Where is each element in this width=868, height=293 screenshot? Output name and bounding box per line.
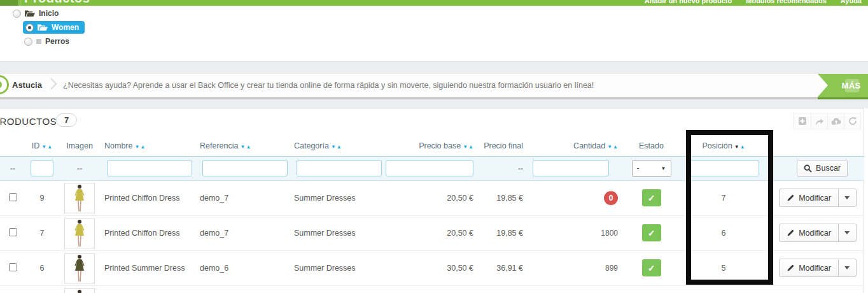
- status-enabled-button[interactable]: ✓: [642, 224, 661, 241]
- product-thumbnail[interactable]: [64, 288, 95, 293]
- radio-women[interactable]: [25, 24, 34, 32]
- action-dropdown-toggle[interactable]: [838, 259, 856, 276]
- category-item-perros[interactable]: Perros: [24, 37, 69, 46]
- caret-down-icon: [844, 266, 850, 269]
- category-item-women-selected[interactable]: Women: [23, 21, 85, 34]
- nombre-filter-input[interactable]: [107, 160, 192, 176]
- export-button[interactable]: [811, 113, 827, 129]
- referencia-filter-input[interactable]: [202, 160, 288, 176]
- sort-asc-icon[interactable]: ▲: [337, 144, 342, 150]
- recommended-modules-link[interactable]: Módulos recomendados: [746, 0, 827, 4]
- import-button[interactable]: [827, 113, 844, 129]
- status-enabled-button[interactable]: ✓: [642, 189, 661, 206]
- cell-categoria: Summer Dresses: [290, 180, 383, 215]
- sort-desc-icon[interactable]: ▼: [41, 144, 46, 150]
- category-label[interactable]: Perros: [45, 37, 69, 46]
- sort-asc-icon[interactable]: ▲: [140, 144, 145, 150]
- add-new-product-link[interactable]: Añadir un nuevo producto: [645, 0, 732, 4]
- quantity-badge: 0: [604, 191, 618, 205]
- product-thumbnail[interactable]: [64, 183, 95, 213]
- id-filter-input[interactable]: [31, 160, 53, 176]
- more-button[interactable]: MÁS: [818, 74, 868, 97]
- sort-desc-icon[interactable]: ▼: [240, 144, 245, 150]
- sort-desc-icon[interactable]: ▼: [134, 144, 139, 150]
- products-table: ID▼▲ Imagen Nombre▼▲ Referencia▼▲ Catego…: [0, 136, 864, 293]
- more-button-label[interactable]: MÁS: [842, 81, 861, 90]
- product-thumbnail[interactable]: [64, 218, 95, 248]
- status-enabled-button[interactable]: ✓: [642, 259, 661, 276]
- page-background-band: [0, 99, 868, 108]
- category-tree-panel: Inicio Women Perros: [0, 6, 868, 62]
- topbar-left-accent: [0, 0, 18, 6]
- sort-asc-icon[interactable]: ▲: [246, 144, 251, 150]
- category-label[interactable]: Women: [52, 23, 79, 32]
- dress-figure-icon: [71, 184, 88, 212]
- check-icon: ✓: [648, 193, 655, 203]
- selected-category-highlight[interactable]: Women: [23, 21, 85, 34]
- caret-down-icon: [844, 231, 850, 234]
- cell-precio-final: 19,85 €: [479, 215, 528, 250]
- radio-perros[interactable]: [24, 38, 32, 46]
- cantidad-filter-input[interactable]: [533, 160, 609, 176]
- categoria-filter-input[interactable]: [297, 160, 382, 176]
- row-select-checkbox[interactable]: [9, 193, 17, 201]
- chevron-right-icon: [45, 78, 57, 89]
- cell-precio-base: 20,50 €: [383, 180, 479, 215]
- cell-imagen: [59, 285, 101, 293]
- header-categoria: Categoría▼▲: [290, 136, 383, 156]
- search-button[interactable]: Buscar: [797, 160, 848, 177]
- add-new-button[interactable]: [794, 113, 811, 129]
- tipbar-bottom-border: [0, 97, 818, 99]
- quantity-badge: 1800: [601, 226, 618, 240]
- header-checkbox: [0, 136, 25, 156]
- action-dropdown-toggle[interactable]: [838, 189, 856, 206]
- cell-id: 6: [25, 250, 59, 285]
- sort-asc-icon[interactable]: ▲: [468, 144, 473, 150]
- category-item-inicio[interactable]: Inicio: [13, 9, 59, 18]
- refresh-button[interactable]: [844, 113, 860, 129]
- page-background-band: [0, 62, 868, 73]
- estado-filter-select[interactable]: - ▼: [632, 160, 671, 177]
- modify-button[interactable]: Modificar: [780, 189, 838, 206]
- row-select-checkbox[interactable]: [9, 228, 17, 236]
- modify-button[interactable]: Modificar: [780, 224, 838, 241]
- cell-precio-final: 36,91 €: [479, 250, 528, 285]
- check-icon: ✓: [648, 228, 655, 238]
- header-actions: [771, 136, 864, 156]
- breadcrumb-arrow-shape: [818, 74, 828, 97]
- category-square-icon: [36, 39, 41, 44]
- header-precio-base: Precio base▼▲: [383, 136, 479, 156]
- cell-id: [25, 285, 59, 293]
- sort-asc-icon[interactable]: ▲: [613, 144, 618, 150]
- refresh-icon: [848, 117, 857, 125]
- cell-referencia: [196, 285, 290, 293]
- folder-open-white-icon: [38, 24, 48, 31]
- dress-figure-icon: [71, 289, 88, 293]
- products-panel: PRODUCTOS 7 ID▼▲: [0, 108, 864, 293]
- modify-button[interactable]: Modificar: [780, 259, 838, 276]
- sort-desc-icon[interactable]: ▼: [607, 144, 612, 150]
- precio-base-filter-input[interactable]: [386, 160, 473, 176]
- modify-label: Modificar: [799, 194, 831, 203]
- category-label[interactable]: Inicio: [39, 9, 59, 18]
- topbar-quick-links: Añadir un nuevo producto Módulos recomen…: [645, 0, 862, 4]
- product-thumbnail[interactable]: [64, 253, 95, 283]
- folder-open-icon: [25, 10, 35, 17]
- header-posicion: Posición▼▲: [676, 136, 771, 156]
- sort-asc-icon[interactable]: ▲: [740, 144, 745, 150]
- cell-nombre: Printed Chiffon Dress: [101, 215, 196, 250]
- search-button-label: Buscar: [816, 164, 841, 173]
- sort-asc-icon[interactable]: ▲: [47, 144, 52, 150]
- sort-desc-icon[interactable]: ▼: [734, 144, 739, 150]
- table-row: 9 Printed Chiffon Dress demo_7 Summer Dr…: [0, 180, 864, 215]
- action-dropdown-toggle[interactable]: [838, 224, 856, 241]
- sort-desc-icon[interactable]: ▼: [463, 144, 468, 150]
- radio-inicio[interactable]: [13, 10, 21, 18]
- table-row: 7 Printed Chiffon Dress demo_7 Summer Dr…: [0, 215, 864, 250]
- help-link[interactable]: Ayuda: [841, 0, 862, 4]
- sort-desc-icon[interactable]: ▼: [331, 144, 336, 150]
- posicion-filter-input[interactable]: [688, 160, 759, 176]
- row-select-checkbox[interactable]: [9, 263, 17, 271]
- cell-categoria: Summer Dresses: [290, 250, 383, 285]
- top-header-bar: Productos Añadir un nuevo producto Módul…: [0, 0, 868, 6]
